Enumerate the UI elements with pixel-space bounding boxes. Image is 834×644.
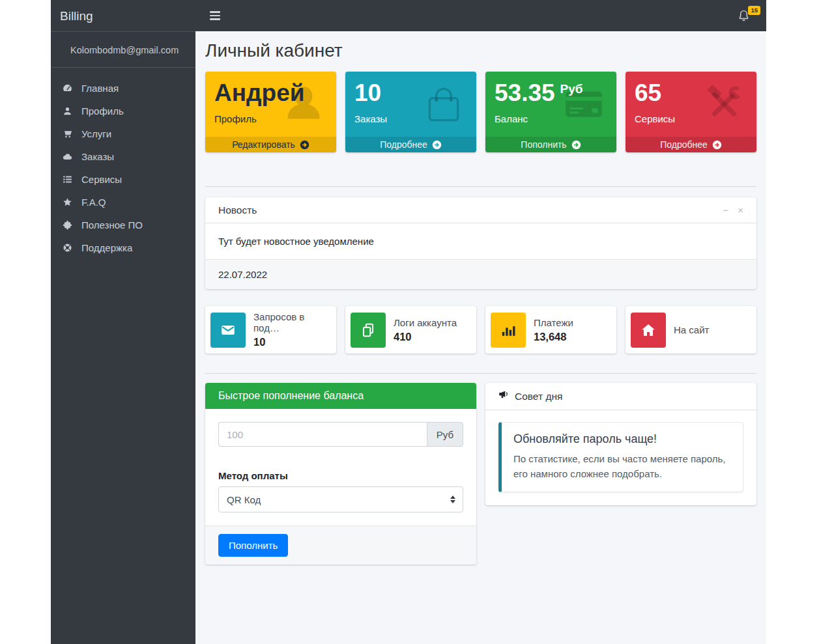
arrow-circle-right-icon	[712, 140, 722, 150]
currency-suffix: Руб	[560, 82, 583, 96]
star-icon	[60, 197, 74, 208]
sidebar-item-orders[interactable]: Заказы	[56, 145, 190, 168]
bullhorn-icon	[498, 389, 510, 403]
sidebar-item-home[interactable]: Главная	[56, 77, 190, 100]
home-icon	[631, 313, 666, 348]
notifications-button[interactable]: 15	[733, 8, 755, 24]
sidebar-item-profile[interactable]: Профиль	[56, 100, 190, 122]
sidebar: Billing Kolombodmb@gmail.com Главная Про…	[51, 0, 195, 644]
info-boxes-row: Запросов в под… 10 Логи аккаунта 410	[205, 306, 756, 354]
stat-card-action-topup[interactable]: Пополнить	[485, 137, 616, 152]
info-box-label: Логи аккаунта	[394, 317, 457, 328]
stat-card-services: 65 Сервисы Подробнее	[626, 72, 756, 152]
stat-action-label: Пополнить	[521, 139, 566, 150]
payment-method-select-wrap: QR Код	[218, 486, 463, 512]
cloud-icon	[60, 151, 74, 162]
info-box-label: Платежи	[534, 317, 573, 328]
sidebar-item-label: F.A.Q	[81, 197, 106, 208]
list-icon	[60, 174, 74, 185]
topup-card: Быстрое пополнение баланса Руб Метод опл…	[205, 383, 476, 565]
news-card: Новость − × Тут будет новостное уведомле…	[205, 197, 756, 289]
arrow-circle-right-icon	[300, 140, 309, 150]
info-box-account-logs[interactable]: Логи аккаунта 410	[345, 306, 476, 354]
info-box-label: На сайт	[674, 324, 709, 335]
topup-submit-button[interactable]: Пополнить	[218, 534, 288, 557]
stat-card-action-edit[interactable]: Редактировать	[205, 137, 336, 152]
sidebar-item-label: Услуги	[81, 128, 111, 139]
info-box-text: Запросов в под… 10	[253, 311, 331, 348]
stat-card-body: 65 Сервисы	[626, 72, 756, 137]
stat-card-body: 53.35 Руб Баланс	[485, 72, 616, 137]
info-box-text: Платежи 13,648	[534, 317, 573, 343]
stat-label: Сервисы	[635, 113, 747, 124]
copy-icon	[351, 313, 386, 348]
close-button[interactable]: ×	[738, 205, 743, 215]
info-box-label: Запросов в под…	[253, 311, 331, 333]
tip-title: Совет дня	[515, 391, 562, 402]
tip-header: Совет дня	[485, 383, 756, 410]
info-box-payments[interactable]: Платежи 13,648	[485, 306, 616, 354]
sidebar-item-faq[interactable]: F.A.Q	[56, 191, 190, 214]
envelope-icon	[210, 313, 246, 348]
sidebar-item-label: Полезное ПО	[81, 219, 143, 231]
news-date: 22.07.2022	[205, 259, 756, 289]
stat-cards-row: Андрей Профиль Редактировать	[205, 72, 756, 152]
stat-card-action-services[interactable]: Подробнее	[626, 137, 756, 152]
arrow-circle-right-icon	[432, 140, 442, 150]
puzzle-icon	[60, 219, 74, 231]
sidebar-item-software[interactable]: Полезное ПО	[56, 214, 190, 236]
info-box-text: На сайт	[674, 324, 709, 335]
stat-action-label: Редактировать	[232, 139, 295, 150]
info-box-to-site[interactable]: На сайт	[626, 306, 756, 354]
card-tools: − ×	[723, 205, 743, 215]
life-ring-icon	[60, 242, 74, 253]
stat-card-balance: 53.35 Руб Баланс Пополнить	[485, 72, 616, 152]
stat-value: 10	[354, 79, 467, 107]
news-title: Новость	[218, 204, 257, 216]
tip-header-left: Совет дня	[498, 389, 562, 403]
amount-input[interactable]	[218, 422, 427, 447]
content: Личный кабинет Андрей Профиль Редактиров…	[195, 31, 766, 644]
stat-card-action-orders[interactable]: Подробнее	[345, 137, 476, 152]
tip-headline: Обновляйте пароль чаще!	[513, 432, 731, 446]
stat-value: Андрей	[214, 79, 327, 107]
sidebar-item-label: Профиль	[81, 105, 124, 117]
amount-input-group: Руб	[218, 422, 463, 447]
divider	[205, 373, 756, 374]
billing-app: Billing Kolombodmb@gmail.com Главная Про…	[51, 0, 766, 644]
stat-card-body: Андрей Профиль	[205, 72, 336, 137]
collapse-button[interactable]: −	[723, 205, 728, 215]
user-icon	[60, 105, 74, 117]
arrow-circle-right-icon	[571, 140, 581, 150]
tip-body: Обновляйте пароль чаще! По статистике, е…	[485, 410, 756, 505]
tachometer-icon	[60, 83, 74, 94]
topup-title: Быстрое пополнение баланса	[205, 383, 476, 409]
payment-method-label: Метод оплаты	[218, 470, 463, 481]
tip-callout: Обновляйте пароль чаще! По статистике, е…	[498, 422, 743, 492]
user-email[interactable]: Kolombodmb@gmail.com	[51, 32, 195, 68]
sidebar-item-label: Главная	[81, 83, 119, 94]
info-box-value: 10	[253, 336, 331, 348]
sidebar-item-label: Поддержка	[81, 242, 132, 253]
news-header: Новость − ×	[205, 197, 756, 223]
sidebar-nav: Главная Профиль Услуги Заказы	[51, 68, 195, 268]
stat-value: 53.35 Руб	[495, 79, 607, 107]
info-box-value: 410	[394, 331, 457, 343]
brand-link[interactable]: Billing	[51, 0, 195, 32]
cart-icon	[60, 128, 74, 139]
stat-action-label: Подробнее	[380, 139, 427, 150]
menu-toggle-button[interactable]	[207, 8, 223, 23]
sidebar-item-label: Сервисы	[81, 174, 122, 185]
payment-method-select[interactable]: QR Код	[218, 486, 463, 512]
sidebar-item-support[interactable]: Поддержка	[56, 236, 190, 259]
info-box-support-requests[interactable]: Запросов в под… 10	[205, 306, 336, 354]
top-navbar: 15	[195, 0, 766, 31]
bar-chart-icon	[491, 313, 526, 348]
sidebar-item-services[interactable]: Услуги	[56, 122, 190, 145]
topup-footer: Пополнить	[205, 525, 476, 565]
bottom-row: Быстрое пополнение баланса Руб Метод опл…	[205, 383, 756, 565]
page-title: Личный кабинет	[205, 40, 756, 61]
stat-card-profile: Андрей Профиль Редактировать	[205, 72, 336, 152]
stat-label: Заказы	[354, 113, 467, 124]
sidebar-item-servers[interactable]: Сервисы	[56, 168, 190, 191]
